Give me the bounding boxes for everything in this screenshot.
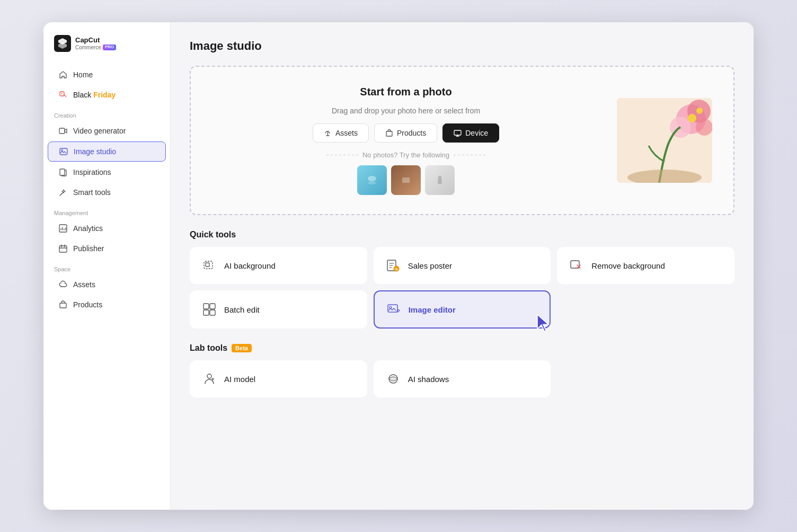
sidebar-item-bf-label: Black Friday bbox=[73, 91, 116, 99]
device-button[interactable]: Device bbox=[442, 123, 499, 143]
device-btn-label: Device bbox=[465, 129, 488, 137]
svg-rect-30 bbox=[210, 304, 215, 309]
tool-remove-background[interactable]: Remove background bbox=[557, 247, 734, 284]
sidebar-item-analytics[interactable]: Analytics bbox=[48, 219, 166, 238]
upload-area[interactable]: Start from a photo Drag and drop your ph… bbox=[190, 66, 734, 215]
sidebar-item-smart-tools-label: Smart tools bbox=[73, 188, 111, 197]
chart-icon bbox=[58, 224, 68, 233]
tag-icon bbox=[58, 90, 68, 100]
products-btn-label: Products bbox=[397, 129, 426, 137]
sidebar-item-smart-tools[interactable]: Smart tools bbox=[48, 183, 166, 202]
tool-sales-poster-label: Sales poster bbox=[408, 261, 452, 270]
svg-rect-8 bbox=[59, 246, 67, 252]
ai-model-icon bbox=[202, 371, 217, 386]
sidebar-item-assets-label: Assets bbox=[73, 280, 95, 289]
sample-thumb-3[interactable] bbox=[425, 165, 455, 195]
sample-thumb-2[interactable] bbox=[391, 165, 421, 195]
sidebar-item-black-friday[interactable]: Black Friday bbox=[48, 85, 166, 104]
batch-edit-icon bbox=[202, 302, 217, 317]
cursor-icon bbox=[532, 312, 555, 335]
tool-batch-edit-label: Batch edit bbox=[224, 305, 260, 314]
sidebar-item-inspirations[interactable]: Inspirations bbox=[48, 163, 166, 182]
tool-ai-model-label: AI model bbox=[224, 375, 255, 384]
svg-rect-33 bbox=[388, 305, 397, 312]
svg-rect-31 bbox=[203, 310, 209, 315]
sidebar-item-home[interactable]: Home bbox=[48, 65, 166, 84]
box-icon bbox=[58, 300, 68, 309]
upload-left: Start from a photo Drag and drop your ph… bbox=[212, 86, 600, 195]
svg-rect-10 bbox=[386, 131, 392, 136]
tool-ai-background[interactable]: AI background bbox=[190, 247, 367, 284]
logo-text: CapCut Commerce PRO bbox=[75, 37, 116, 50]
upload-buttons: Assets Products Devi bbox=[313, 123, 499, 143]
device-btn-icon bbox=[454, 129, 462, 137]
app-window: CapCut Commerce PRO Home bbox=[43, 22, 754, 510]
upload-title: Start from a photo bbox=[360, 86, 451, 98]
sidebar-item-products-label: Products bbox=[73, 300, 102, 309]
section-space: Space bbox=[43, 259, 170, 274]
sidebar-item-image-studio[interactable]: Image studio bbox=[48, 141, 166, 162]
beta-badge: Beta bbox=[232, 344, 252, 352]
upload-preview-image bbox=[617, 98, 712, 183]
svg-point-13 bbox=[368, 181, 376, 184]
svg-point-20 bbox=[688, 114, 696, 122]
wand-icon bbox=[58, 188, 68, 197]
svg-point-12 bbox=[368, 176, 376, 181]
capcut-logo-icon bbox=[54, 35, 71, 52]
sidebar-item-publisher[interactable]: Publisher bbox=[48, 239, 166, 258]
video-icon bbox=[58, 126, 68, 136]
main-content: Image studio Start from a photo Drag and… bbox=[171, 22, 754, 510]
sidebar-item-analytics-label: Analytics bbox=[73, 224, 103, 233]
section-management: Management bbox=[43, 202, 170, 218]
sidebar-item-inspirations-label: Inspirations bbox=[73, 168, 111, 176]
quick-tools-grid: AI background % Sales poster bbox=[190, 247, 734, 329]
svg-rect-32 bbox=[210, 310, 215, 315]
flower-illustration bbox=[617, 98, 712, 183]
sidebar-item-assets[interactable]: Assets bbox=[48, 275, 166, 294]
tool-image-editor[interactable]: Image editor bbox=[374, 290, 551, 329]
pro-badge: PRO bbox=[103, 45, 116, 50]
svg-rect-9 bbox=[60, 303, 66, 308]
ai-bg-icon bbox=[202, 258, 217, 273]
calendar-icon bbox=[58, 244, 68, 253]
thumb1-icon bbox=[364, 172, 380, 188]
image-edit-icon bbox=[386, 302, 401, 317]
sample-thumb-1[interactable] bbox=[357, 165, 387, 195]
tool-ai-shadows-label: AI shadows bbox=[408, 375, 449, 384]
logo-name: CapCut bbox=[75, 37, 116, 44]
svg-rect-11 bbox=[454, 130, 461, 135]
svg-rect-4 bbox=[60, 148, 67, 155]
thumb2-icon bbox=[398, 172, 414, 188]
sample-thumbs bbox=[357, 165, 455, 195]
sidebar: CapCut Commerce PRO Home bbox=[43, 22, 171, 510]
thumb3-icon bbox=[432, 172, 448, 188]
tool-sales-poster[interactable]: % Sales poster bbox=[374, 247, 551, 284]
quick-tools-title: Quick tools bbox=[190, 230, 734, 240]
page-title: Image studio bbox=[190, 39, 734, 53]
svg-point-2 bbox=[61, 93, 63, 94]
tool-image-editor-label: Image editor bbox=[409, 305, 456, 314]
image-studio-icon bbox=[59, 147, 68, 156]
sidebar-item-video-label: Video generator bbox=[73, 127, 126, 135]
cloud-icon bbox=[58, 280, 68, 289]
ai-shadows-icon bbox=[386, 371, 401, 386]
sidebar-item-video-generator[interactable]: Video generator bbox=[48, 121, 166, 140]
tool-batch-edit[interactable]: Batch edit bbox=[190, 290, 367, 329]
tool-ai-model[interactable]: AI model bbox=[190, 360, 367, 397]
sidebar-item-image-label: Image studio bbox=[74, 147, 116, 156]
svg-point-35 bbox=[207, 374, 211, 378]
svg-text:%: % bbox=[395, 268, 398, 271]
svg-rect-29 bbox=[203, 304, 209, 309]
svg-rect-24 bbox=[206, 263, 209, 267]
tool-ai-shadows[interactable]: AI shadows bbox=[374, 360, 551, 397]
logo-subtitle: Commerce PRO bbox=[75, 45, 116, 50]
section-creation: Creation bbox=[43, 105, 170, 121]
no-photos-label: No photos? Try the following bbox=[326, 151, 485, 159]
assets-button[interactable]: Assets bbox=[313, 123, 369, 143]
products-button[interactable]: Products bbox=[374, 123, 437, 143]
no-photos-section: No photos? Try the following bbox=[326, 151, 485, 195]
svg-point-5 bbox=[61, 150, 63, 152]
sidebar-item-products[interactable]: Products bbox=[48, 295, 166, 314]
assets-btn-icon bbox=[324, 129, 332, 137]
home-icon bbox=[58, 70, 68, 79]
